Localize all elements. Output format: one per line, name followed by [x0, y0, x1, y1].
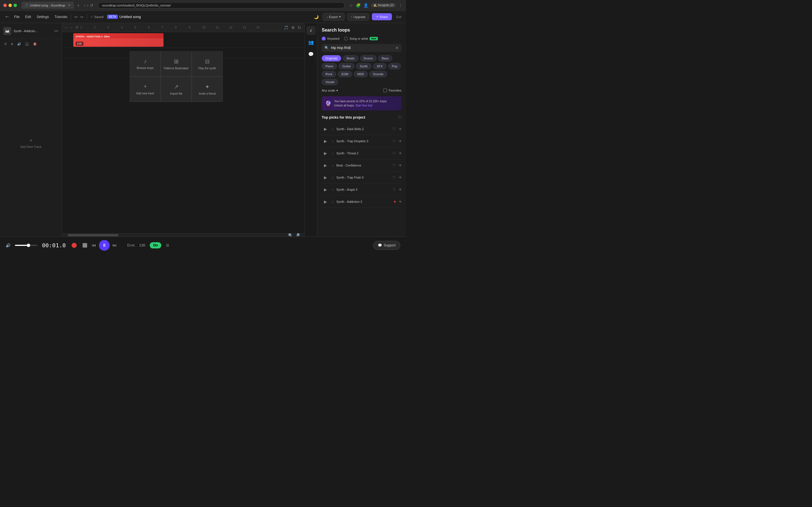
on-badge[interactable]: On	[150, 242, 161, 248]
loop-play-button-5[interactable]: ▶	[322, 174, 329, 181]
loop-fav-button-7[interactable]: ♥	[394, 200, 396, 204]
zoom-in-button[interactable]: 🔎	[295, 233, 300, 237]
redo-button[interactable]: ↪	[80, 15, 84, 19]
favorites-option[interactable]: Favorites	[383, 89, 402, 93]
loop-play-button-3[interactable]: ▶	[322, 150, 329, 157]
favorites-checkbox[interactable]	[383, 89, 387, 93]
scale-selector[interactable]: Any scale ▾	[322, 89, 338, 93]
address-bar[interactable]: soundtrap.com/studio/d_5KIiQLQm6ic6ic_vz…	[98, 2, 345, 8]
song-title[interactable]: Untitled song	[119, 15, 141, 19]
browser-back-button[interactable]: ‹	[84, 3, 86, 8]
import-file-cell[interactable]: ↗ Import file	[161, 76, 192, 102]
maximize-traffic-light[interactable]	[13, 4, 17, 7]
add-new-track-cell[interactable]: + Add new track	[130, 76, 161, 102]
headphone-button[interactable]: 🎧	[24, 42, 30, 47]
tutorials-menu[interactable]: Tutorials	[54, 15, 67, 19]
export-button[interactable]: ↓ Export ▾	[322, 13, 344, 20]
loop-fav-button-4[interactable]: ♡	[393, 163, 396, 168]
loop-add-button-5[interactable]: +	[399, 175, 402, 180]
back-button[interactable]: ←	[4, 14, 10, 20]
filter-pop[interactable]: Pop	[388, 63, 401, 69]
filter-guitar[interactable]: Guitar	[339, 63, 354, 69]
track-menu-button[interactable]: •••	[54, 29, 58, 33]
filter-edm[interactable]: EDM	[338, 71, 352, 77]
input-monitor-button[interactable]: ⊕	[10, 42, 14, 47]
play-pause-button[interactable]: ⏸	[99, 240, 110, 251]
extension-icon[interactable]: 🧩	[356, 3, 361, 8]
user-icon[interactable]: 👤	[363, 3, 368, 8]
search-loops-panel-button[interactable]: ♪	[306, 26, 315, 35]
incognito-badge[interactable]: 🕵 Incognito (2)	[371, 3, 396, 7]
filter-synth[interactable]: Synth	[356, 63, 371, 69]
volume-slider[interactable]	[15, 245, 38, 246]
loop-add-button-7[interactable]: +	[399, 199, 402, 204]
patterns-beatmaker-cell[interactable]: ⊞ Patterns Beatmaker	[161, 51, 192, 76]
new-tab-button[interactable]: +	[77, 3, 80, 8]
loop-add-button-4[interactable]: +	[399, 163, 402, 168]
filter-rock[interactable]: Rock	[322, 71, 336, 77]
edit-menu[interactable]: Edit	[25, 15, 31, 19]
audio-clip[interactable]: SYNTH - ADDICTION 2 -Dbm ···············…	[73, 33, 163, 47]
tab-close-icon[interactable]: ✕	[68, 3, 70, 7]
settings-icon[interactable]: ⚙	[291, 25, 295, 30]
loop-play-button-6[interactable]: ▶	[322, 186, 329, 193]
browser-menu-icon[interactable]: ⋮	[399, 3, 403, 8]
volume-knob[interactable]: 🔊	[16, 42, 22, 47]
upgrade-button[interactable]: ↑ Upgrade	[347, 13, 369, 20]
undo-button[interactable]: ↩	[74, 15, 78, 19]
collaborators-panel-button[interactable]: 👥	[306, 38, 315, 47]
sun-moon-icon[interactable]: 🌙	[313, 13, 320, 20]
loop-play-button-4[interactable]: ▶	[322, 162, 329, 169]
close-traffic-light[interactable]	[3, 4, 7, 7]
exit-button[interactable]: Exit	[396, 15, 402, 18]
loop-toggle-icon[interactable]: ↺	[75, 25, 78, 29]
loop-fav-button-3[interactable]: ♡	[393, 151, 396, 156]
loop-play-button-2[interactable]: ▶	[322, 137, 329, 145]
play-synth-cell[interactable]: ⊟ Play the synth	[192, 51, 223, 76]
stop-button[interactable]	[81, 241, 89, 249]
loop-add-button-1[interactable]: +	[399, 126, 402, 131]
browse-loops-cell[interactable]: ♪ Browse loops	[130, 51, 161, 76]
volume-thumb[interactable]	[27, 244, 30, 247]
bookmark-icon[interactable]: ☆	[349, 3, 353, 8]
rewind-button[interactable]: ⏮	[92, 243, 96, 248]
loop-add-button-3[interactable]: +	[399, 151, 402, 156]
filter-sounds[interactable]: Sounds	[369, 71, 387, 77]
filter-sfx[interactable]: SFX	[373, 63, 386, 69]
record-arm-button[interactable]: R	[3, 42, 8, 46]
loop-add-button-6[interactable]: +	[399, 187, 402, 192]
support-button[interactable]: 💬 Support	[373, 241, 400, 250]
timeline-scrollbar[interactable]: 🔍 🔎	[62, 233, 305, 237]
filter-midi[interactable]: MIDI	[354, 71, 368, 77]
browser-tab[interactable]: 🎵 Untitled song - Soundtrap ✕	[21, 2, 74, 9]
search-clear-icon[interactable]: ✕	[395, 46, 399, 50]
browser-reload-button[interactable]: ↺	[90, 3, 93, 8]
mute-button[interactable]: 🔇	[32, 42, 38, 47]
minimize-traffic-light[interactable]	[8, 4, 12, 7]
start-trial-link[interactable]: Start free trial	[356, 104, 372, 107]
filter-beats[interactable]: Beats	[343, 55, 358, 61]
filter-originals[interactable]: Originals	[322, 55, 341, 61]
filter-bass[interactable]: Bass	[378, 55, 392, 61]
clip-edit-button[interactable]: Edit	[75, 42, 84, 46]
right-arrow-icon[interactable]: ←	[70, 25, 73, 30]
loop-add-button-2[interactable]: +	[399, 138, 402, 144]
loop-fav-button-2[interactable]: ♡	[393, 139, 396, 144]
forward-button[interactable]: ⏭	[112, 243, 117, 248]
left-arrow-icon[interactable]: →	[64, 25, 68, 30]
loop-play-button-1[interactable]: ▶	[322, 125, 329, 133]
browser-forward-button[interactable]: ›	[87, 3, 89, 8]
share-button[interactable]: ↗ Share	[372, 13, 392, 20]
metronome-icon[interactable]: 🎵	[284, 25, 289, 30]
loop-play-button-7[interactable]: ▶	[322, 198, 329, 205]
add-new-track-area[interactable]: + Add New Track	[0, 49, 62, 237]
file-menu[interactable]: File	[14, 15, 19, 19]
record-button[interactable]	[70, 241, 78, 249]
invite-friend-cell[interactable]: ✦ Invite a friend	[192, 76, 223, 102]
search-input[interactable]	[331, 46, 393, 50]
keyword-radio[interactable]: Keyword	[322, 37, 340, 41]
filter-vocals[interactable]: Vocals	[322, 79, 338, 85]
filter-piano[interactable]: Piano	[322, 63, 337, 69]
scrollbar-thumb[interactable]	[68, 234, 118, 236]
loop-icon[interactable]: ↻	[298, 25, 301, 30]
